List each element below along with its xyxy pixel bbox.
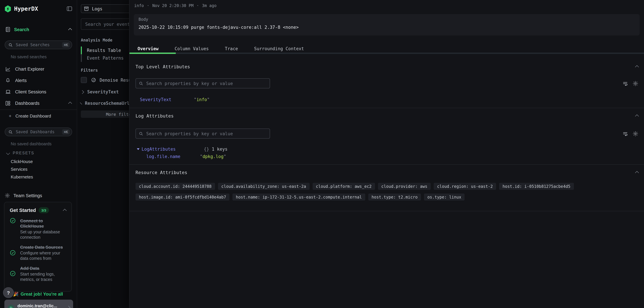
timestamp: Nov 20 2:20:30 PM xyxy=(152,3,194,8)
body-card: Body 2025-10-22 10:15:09 purge fonts-dej… xyxy=(134,14,640,35)
saved-searches-input[interactable]: ⌘K xyxy=(5,40,72,49)
attribute-key[interactable]: log.file.name xyxy=(146,154,200,159)
wrap-lines-icon[interactable] xyxy=(622,131,628,136)
analysis-mode-label: Analysis Mode xyxy=(81,38,129,42)
chevron-up-icon[interactable] xyxy=(68,28,72,32)
resource-chip: host.type: t2.micro xyxy=(368,193,421,200)
mode-results-table[interactable]: Results Table xyxy=(81,46,129,54)
user-menu[interactable]: D dominic.tran@clic... dominic.tran@clic… xyxy=(4,300,73,308)
hyperdx-app: HyperDX Search xyxy=(0,0,644,308)
denoise-results-toggle[interactable]: Denoise Results xyxy=(81,77,129,83)
wrap-lines-icon[interactable] xyxy=(622,81,628,86)
team-settings-label: Team Settings xyxy=(14,193,42,198)
resource-attributes-section: Resource Attributes cloud.account.id: 24… xyxy=(130,165,644,211)
property-search-input[interactable] xyxy=(136,78,270,88)
facet-label: SeverityText xyxy=(87,89,119,94)
get-started-progress-badge: 3/3 xyxy=(38,207,49,213)
resource-chip: host.image.id: ami-0f5fcdfbd140e4ab7 xyxy=(136,193,230,200)
sidebar-item-label: Alerts xyxy=(15,78,72,83)
no-saved-searches-note: No saved searches xyxy=(11,55,72,59)
sidebar-item-chart-explorer[interactable]: Chart Explorer xyxy=(0,63,77,75)
preset-clickhouse[interactable]: ClickHouse xyxy=(0,158,77,165)
chevron-down-icon xyxy=(6,151,10,155)
tree-child-row: log.file.name "dpkg.log" xyxy=(136,154,638,159)
section-title: Resource Attributes xyxy=(136,170,636,175)
attribute-key[interactable]: SeverityText xyxy=(140,97,194,102)
tree-root-key[interactable]: LogAttributes xyxy=(142,147,176,152)
property-search-field[interactable] xyxy=(146,81,267,86)
bell-icon xyxy=(5,78,11,83)
saved-dashboards-input[interactable]: ⌘K xyxy=(5,128,72,136)
detail-tabs: Overview Column Values Trace Surrounding… xyxy=(130,45,644,54)
quote: " xyxy=(224,154,226,159)
sidebar-item-dashboards[interactable]: Dashboards xyxy=(0,97,77,109)
separator: · xyxy=(196,3,199,8)
chevron-right-icon xyxy=(80,90,84,94)
braces: {} xyxy=(204,147,209,152)
saved-dashboards-field[interactable] xyxy=(15,129,62,135)
facet-severitytext[interactable]: SeverityText xyxy=(81,89,129,94)
gear-icon[interactable] xyxy=(632,131,638,137)
gear-icon[interactable] xyxy=(632,81,638,86)
log-detail-panel: info · Nov 20 2:20:30 PM · 3m ago Body 2… xyxy=(129,0,644,308)
get-started-item-connect[interactable]: Connect to ClickHouse Set up your databa… xyxy=(10,218,66,240)
source-select-value: Logs xyxy=(92,6,102,11)
task-desc: Configure where your data comes from xyxy=(20,251,66,261)
attribute-row: SeverityText "info" xyxy=(136,97,638,102)
get-started-item-sources[interactable]: Create Data Sources Configure where your… xyxy=(10,245,66,261)
resource-chip: cloud.availability_zone: us-east-2a xyxy=(218,183,310,190)
sidebar-item-label: Chart Explorer xyxy=(15,66,72,71)
collapse-section-icon[interactable] xyxy=(635,171,639,175)
property-search-input[interactable] xyxy=(136,129,270,139)
resource-chip-row: cloud.account.id: 244449518788 cloud.ava… xyxy=(136,183,638,190)
chevron-up-icon[interactable] xyxy=(68,102,72,106)
tab-overview[interactable]: Overview xyxy=(130,46,166,51)
help-button[interactable]: ? xyxy=(3,287,14,298)
saved-searches-field[interactable] xyxy=(15,42,62,47)
task-title: Connect to ClickHouse xyxy=(20,218,66,229)
caret-down-icon xyxy=(137,148,140,150)
key-count: 1 keys xyxy=(212,147,228,152)
section-title: Log Attributes xyxy=(136,113,636,119)
facet-resourceschemaurl[interactable]: ResourceSchemaUrl xyxy=(81,101,129,106)
attribute-value[interactable]: dpkg.log xyxy=(202,154,224,159)
tab-surrounding-context[interactable]: Surrounding Context xyxy=(246,46,312,51)
no-saved-dashboards-note: No saved dashboards xyxy=(11,142,72,146)
resource-chip-row: host.image.id: ami-0f5fcdfbd140e4ab7 hos… xyxy=(136,193,638,200)
team-settings-button[interactable]: Team Settings xyxy=(0,192,77,199)
get-started-item-add-data[interactable]: Add Data Start sending logs, metrics, or… xyxy=(10,266,66,282)
denoise-checkbox[interactable] xyxy=(81,77,87,83)
search-icon xyxy=(8,43,13,47)
preset-kubernetes[interactable]: Kubernetes xyxy=(0,173,77,181)
chevron-up-icon[interactable] xyxy=(63,209,67,213)
tab-column-values[interactable]: Column Values xyxy=(166,46,217,51)
quote: " xyxy=(207,97,210,102)
tab-trace[interactable]: Trace xyxy=(217,46,246,51)
tree-root-row[interactable]: LogAttributes {}1 keys xyxy=(136,147,638,152)
task-desc: Set up your database connection xyxy=(20,230,66,240)
sidebar-item-client-sessions[interactable]: Client Sessions xyxy=(0,86,77,97)
property-search-field[interactable] xyxy=(146,131,267,137)
chart-icon xyxy=(5,66,11,71)
check-circle-icon xyxy=(10,218,16,240)
sidebar-collapse-icon[interactable] xyxy=(67,6,72,11)
quote: " xyxy=(200,154,202,159)
attribute-value[interactable]: info xyxy=(196,97,207,102)
collapse-section-icon[interactable] xyxy=(635,115,639,118)
logo-row: HyperDX xyxy=(0,5,77,13)
mode-event-patterns[interactable]: Event Patterns xyxy=(81,54,129,62)
log-meta-line: info · Nov 20 2:20:30 PM · 3m ago xyxy=(130,0,644,8)
task-title: Create Data Sources xyxy=(20,245,66,250)
sidebar-item-alerts[interactable]: Alerts xyxy=(0,75,77,86)
sidebar-nav: Chart Explorer Alerts Client Sessions xyxy=(0,63,77,109)
create-dashboard-button[interactable]: + Create Dashboard xyxy=(0,111,77,121)
presets-label: PRESETS xyxy=(13,151,34,155)
search-section-header[interactable]: Search xyxy=(0,26,77,32)
resource-chip: os.type: linux xyxy=(424,193,464,200)
collapse-section-icon[interactable] xyxy=(635,65,639,69)
body-content: 2025-10-22 10:15:09 purge fonts-dejavu-c… xyxy=(138,25,635,30)
preset-services[interactable]: Services xyxy=(0,165,77,173)
check-circle-icon xyxy=(10,271,16,282)
gear-icon xyxy=(5,193,10,198)
presets-toggle[interactable]: PRESETS xyxy=(7,151,72,155)
